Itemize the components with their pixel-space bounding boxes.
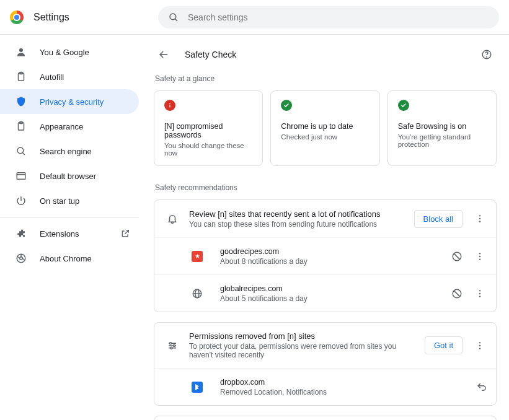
row-subtitle: You can stop these sites from sending fu…: [189, 220, 404, 229]
site-subtitle: About 5 notifications a day: [220, 294, 441, 303]
sidebar-item-label: Search engine: [40, 147, 92, 156]
search-input[interactable]: [187, 12, 489, 23]
site-subtitle: Removed Location, Notifications: [220, 388, 466, 396]
svg-point-23: [479, 255, 480, 256]
svg-line-21: [454, 253, 460, 260]
svg-rect-16: [169, 105, 170, 107]
card-subtitle: Checked just now: [281, 133, 369, 141]
page-header: Safety Check: [154, 42, 497, 74]
card-title: Safe Browsing is on: [398, 122, 486, 131]
svg-line-1: [175, 19, 177, 21]
got-it-button[interactable]: Got it: [425, 336, 463, 354]
sidebar-item-you-and-google[interactable]: You & Google: [0, 40, 139, 64]
svg-point-37: [174, 344, 175, 346]
svg-line-8: [22, 152, 25, 155]
svg-point-30: [479, 290, 480, 291]
sidebar-item-autofill[interactable]: Autofill: [0, 64, 139, 89]
shield-icon: [15, 95, 27, 108]
search-icon: [15, 145, 27, 157]
clipboard-icon: [15, 71, 27, 83]
sidebar-item-search-engine[interactable]: Search engine: [0, 139, 139, 164]
site-name: goodrecipes.com: [220, 247, 441, 256]
sidebar-item-extensions[interactable]: Extensions: [0, 221, 139, 246]
app-header: Settings: [0, 0, 509, 35]
site-name: globalrecipes.com: [220, 284, 441, 293]
notifications-header-row: Review [n] sites that recently sent a lo…: [154, 200, 496, 237]
permissions-header-row: Permissions removed from [n] sites To pr…: [154, 323, 496, 368]
sidebar-item-appearance[interactable]: Appearance: [0, 114, 139, 139]
svg-point-32: [479, 295, 480, 297]
chrome-icon: [15, 252, 27, 265]
globe-icon: [192, 288, 203, 299]
svg-point-38: [170, 347, 172, 349]
sidebar-item-label: Autofill: [40, 72, 64, 82]
glance-card-update[interactable]: Chrome is up to date Checked just now: [270, 90, 379, 166]
row-title: Permissions removed from [n] sites: [189, 331, 415, 341]
search-icon: [168, 12, 179, 23]
site-subtitle: About 8 notifications a day: [220, 257, 441, 266]
card-title: Chrome is up to date: [281, 122, 369, 131]
more-menu-button[interactable]: [472, 286, 487, 301]
sidebar-item-label: Appearance: [40, 122, 83, 131]
check-icon: [398, 100, 409, 111]
extension-icon: [15, 227, 27, 240]
site-favicon-icon: ★: [192, 251, 203, 262]
site-row: dropbox.com Removed Location, Notificati…: [154, 368, 496, 405]
more-menu-button[interactable]: [472, 249, 487, 264]
more-menu-button[interactable]: [472, 338, 487, 353]
svg-point-17: [479, 215, 480, 216]
site-name: dropbox.com: [220, 378, 466, 387]
power-icon: [15, 195, 27, 207]
back-button[interactable]: [154, 45, 174, 64]
block-site-button[interactable]: [451, 288, 463, 299]
sidebar: You & Google Autofill Privacy & security…: [0, 35, 144, 420]
tune-icon: [166, 340, 179, 351]
open-in-new-icon: [120, 229, 130, 238]
svg-point-40: [479, 344, 480, 346]
site-row: ★ goodrecipes.com About 8 notifications …: [154, 237, 496, 274]
bell-icon: [166, 213, 179, 224]
row-title: Review [n] sites that recently sent a lo…: [189, 209, 404, 219]
person-icon: [15, 46, 27, 58]
main-content: Safety Check Safety at a glance [N] comp…: [144, 35, 509, 420]
sidebar-item-about-chrome[interactable]: About Chrome: [0, 246, 139, 271]
sidebar-item-label: You & Google: [40, 48, 89, 57]
sidebar-item-label: Extensions: [40, 229, 79, 238]
extensions-row: Review [n] extensions that were taken do…: [154, 416, 496, 420]
sidebar-item-privacy-security[interactable]: Privacy & security: [0, 89, 139, 114]
svg-point-7: [17, 147, 24, 154]
sidebar-item-default-browser[interactable]: Default browser: [0, 164, 139, 188]
sidebar-item-on-startup[interactable]: On star tup: [0, 188, 139, 213]
svg-point-31: [479, 292, 480, 294]
card-subtitle: You're getting standard protection: [398, 133, 486, 148]
check-icon: [281, 100, 292, 111]
row-subtitle: To protect your data, permissions were r…: [189, 342, 415, 359]
svg-point-15: [169, 103, 170, 105]
svg-point-14: [487, 56, 487, 57]
undo-button[interactable]: [476, 382, 487, 393]
card-title: [N] compromised passwords: [164, 122, 252, 139]
block-all-button[interactable]: Block all: [414, 210, 463, 228]
sidebar-item-label: Privacy & security: [40, 97, 104, 107]
sidebar-item-label: On star tup: [40, 196, 79, 206]
block-site-button[interactable]: [451, 251, 463, 262]
svg-point-19: [479, 221, 480, 222]
page-title: Safety Check: [185, 50, 236, 59]
search-bar[interactable]: [158, 6, 499, 28]
more-menu-button[interactable]: [472, 211, 487, 226]
glance-label: Safety at a glance: [155, 74, 497, 83]
svg-point-18: [479, 218, 480, 219]
extensions-card: Review [n] extensions that were taken do…: [154, 416, 497, 420]
notifications-card: Review [n] sites that recently sent a lo…: [154, 199, 497, 312]
glance-card-passwords[interactable]: [N] compromised passwords You should cha…: [154, 90, 263, 166]
glance-card-safe-browsing[interactable]: Safe Browsing is on You're getting stand…: [387, 90, 497, 166]
svg-point-12: [20, 257, 23, 260]
svg-point-39: [479, 342, 480, 343]
site-favicon-icon: [192, 382, 203, 393]
browser-icon: [15, 170, 27, 182]
clipboard-icon: [15, 120, 27, 133]
svg-point-36: [170, 342, 172, 344]
help-button[interactable]: [477, 45, 497, 64]
info-icon: [164, 100, 175, 111]
app-title: Settings: [33, 12, 69, 23]
